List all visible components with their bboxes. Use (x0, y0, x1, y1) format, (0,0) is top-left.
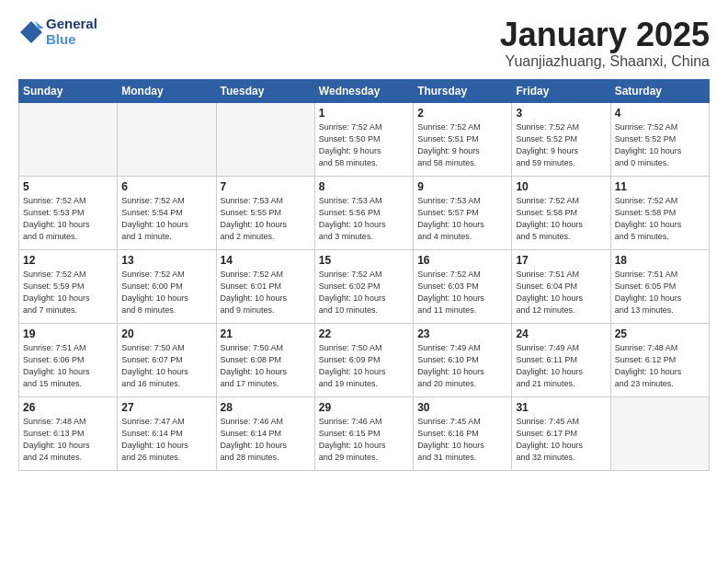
day-cell: 17Sunrise: 7:51 AM Sunset: 6:04 PM Dayli… (512, 249, 610, 323)
day-cell (118, 102, 216, 176)
day-number: 5 (23, 180, 113, 193)
title-block: January 2025 Yuanjiazhuang, Shaanxi, Chi… (500, 17, 710, 70)
calendar-title: January 2025 (500, 17, 710, 53)
day-number: 1 (319, 107, 409, 120)
header: General Blue January 2025 Yuanjiazhuang,… (18, 17, 710, 70)
logo-text-blue: Blue (46, 32, 97, 48)
day-cell: 12Sunrise: 7:52 AM Sunset: 5:59 PM Dayli… (19, 249, 118, 323)
day-cell: 26Sunrise: 7:48 AM Sunset: 6:13 PM Dayli… (19, 396, 118, 470)
day-number: 20 (121, 327, 211, 340)
day-info: Sunrise: 7:52 AM Sunset: 5:50 PM Dayligh… (319, 121, 409, 169)
day-number: 15 (319, 254, 409, 267)
weekday-header-sunday: Sunday (19, 79, 118, 102)
day-info: Sunrise: 7:52 AM Sunset: 5:59 PM Dayligh… (23, 269, 113, 316)
day-info: Sunrise: 7:52 AM Sunset: 5:52 PM Dayligh… (615, 121, 705, 169)
day-cell: 11Sunrise: 7:52 AM Sunset: 5:58 PM Dayli… (610, 176, 709, 249)
day-number: 30 (417, 401, 507, 414)
day-info: Sunrise: 7:51 AM Sunset: 6:06 PM Dayligh… (23, 342, 113, 390)
day-info: Sunrise: 7:47 AM Sunset: 6:14 PM Dayligh… (121, 416, 211, 464)
day-number: 21 (221, 327, 311, 340)
day-number: 17 (516, 254, 606, 267)
calendar-subtitle: Yuanjiazhuang, Shaanxi, China (500, 53, 710, 70)
day-cell: 4Sunrise: 7:52 AM Sunset: 5:52 PM Daylig… (610, 102, 709, 176)
day-number: 11 (615, 180, 705, 193)
day-info: Sunrise: 7:45 AM Sunset: 6:17 PM Dayligh… (516, 416, 606, 464)
day-info: Sunrise: 7:50 AM Sunset: 6:09 PM Dayligh… (319, 342, 409, 390)
day-cell: 16Sunrise: 7:52 AM Sunset: 6:03 PM Dayli… (414, 249, 512, 323)
day-number: 4 (615, 107, 705, 120)
weekday-header-thursday: Thursday (414, 79, 512, 102)
day-number: 14 (221, 254, 311, 267)
day-info: Sunrise: 7:52 AM Sunset: 5:58 PM Dayligh… (615, 195, 705, 243)
day-info: Sunrise: 7:52 AM Sunset: 6:02 PM Dayligh… (319, 269, 409, 316)
week-row-4: 26Sunrise: 7:48 AM Sunset: 6:13 PM Dayli… (19, 396, 710, 470)
week-row-3: 19Sunrise: 7:51 AM Sunset: 6:06 PM Dayli… (19, 323, 710, 396)
day-cell: 3Sunrise: 7:52 AM Sunset: 5:52 PM Daylig… (512, 102, 610, 176)
day-number: 27 (121, 401, 211, 414)
day-info: Sunrise: 7:50 AM Sunset: 6:07 PM Dayligh… (121, 342, 211, 390)
day-info: Sunrise: 7:52 AM Sunset: 6:00 PM Dayligh… (121, 269, 211, 316)
day-cell: 27Sunrise: 7:47 AM Sunset: 6:14 PM Dayli… (118, 396, 216, 470)
day-number: 2 (417, 107, 507, 120)
day-number: 3 (516, 107, 606, 120)
day-cell: 22Sunrise: 7:50 AM Sunset: 6:09 PM Dayli… (314, 323, 413, 396)
day-cell: 14Sunrise: 7:52 AM Sunset: 6:01 PM Dayli… (216, 249, 314, 323)
day-number: 12 (23, 254, 113, 267)
day-cell: 7Sunrise: 7:53 AM Sunset: 5:55 PM Daylig… (216, 176, 314, 249)
day-info: Sunrise: 7:52 AM Sunset: 5:53 PM Dayligh… (23, 195, 113, 243)
day-info: Sunrise: 7:52 AM Sunset: 6:03 PM Dayligh… (417, 269, 507, 316)
day-info: Sunrise: 7:53 AM Sunset: 5:55 PM Dayligh… (221, 195, 311, 243)
day-number: 23 (417, 327, 507, 340)
day-cell: 31Sunrise: 7:45 AM Sunset: 6:17 PM Dayli… (512, 396, 610, 470)
day-info: Sunrise: 7:52 AM Sunset: 5:58 PM Dayligh… (516, 195, 606, 243)
weekday-header-saturday: Saturday (610, 79, 709, 102)
day-info: Sunrise: 7:52 AM Sunset: 5:54 PM Dayligh… (121, 195, 211, 243)
day-cell: 29Sunrise: 7:46 AM Sunset: 6:15 PM Dayli… (314, 396, 413, 470)
day-info: Sunrise: 7:46 AM Sunset: 6:14 PM Dayligh… (221, 416, 311, 464)
day-cell: 15Sunrise: 7:52 AM Sunset: 6:02 PM Dayli… (314, 249, 413, 323)
day-info: Sunrise: 7:49 AM Sunset: 6:11 PM Dayligh… (516, 342, 606, 390)
day-cell: 28Sunrise: 7:46 AM Sunset: 6:14 PM Dayli… (216, 396, 314, 470)
day-number: 7 (221, 180, 311, 193)
day-number: 13 (121, 254, 211, 267)
day-number: 9 (417, 180, 507, 193)
day-info: Sunrise: 7:45 AM Sunset: 6:16 PM Dayligh… (417, 416, 507, 464)
day-number: 16 (417, 254, 507, 267)
logo-text-general: General (46, 17, 97, 32)
week-row-0: 1Sunrise: 7:52 AM Sunset: 5:50 PM Daylig… (19, 102, 710, 176)
day-number: 25 (615, 327, 705, 340)
day-info: Sunrise: 7:53 AM Sunset: 5:57 PM Dayligh… (417, 195, 507, 243)
weekday-header-tuesday: Tuesday (216, 79, 314, 102)
week-row-2: 12Sunrise: 7:52 AM Sunset: 5:59 PM Dayli… (19, 249, 710, 323)
day-info: Sunrise: 7:51 AM Sunset: 6:04 PM Dayligh… (516, 269, 606, 316)
day-info: Sunrise: 7:52 AM Sunset: 5:52 PM Dayligh… (516, 121, 606, 169)
day-cell (19, 102, 118, 176)
day-number: 24 (516, 327, 606, 340)
day-number: 26 (23, 401, 113, 414)
day-cell: 21Sunrise: 7:50 AM Sunset: 6:08 PM Dayli… (216, 323, 314, 396)
day-cell: 2Sunrise: 7:52 AM Sunset: 5:51 PM Daylig… (414, 102, 512, 176)
day-info: Sunrise: 7:52 AM Sunset: 6:01 PM Dayligh… (221, 269, 311, 316)
day-cell: 18Sunrise: 7:51 AM Sunset: 6:05 PM Dayli… (610, 249, 709, 323)
day-cell: 25Sunrise: 7:48 AM Sunset: 6:12 PM Dayli… (610, 323, 709, 396)
day-info: Sunrise: 7:46 AM Sunset: 6:15 PM Dayligh… (319, 416, 409, 464)
weekday-header-row: SundayMondayTuesdayWednesdayThursdayFrid… (19, 79, 710, 102)
day-number: 29 (319, 401, 409, 414)
day-info: Sunrise: 7:49 AM Sunset: 6:10 PM Dayligh… (417, 342, 507, 390)
day-number: 8 (319, 180, 409, 193)
day-info: Sunrise: 7:48 AM Sunset: 6:13 PM Dayligh… (23, 416, 113, 464)
day-cell: 8Sunrise: 7:53 AM Sunset: 5:56 PM Daylig… (314, 176, 413, 249)
day-cell (610, 396, 709, 470)
calendar-table: SundayMondayTuesdayWednesdayThursdayFrid… (18, 79, 710, 471)
day-info: Sunrise: 7:53 AM Sunset: 5:56 PM Dayligh… (319, 195, 409, 243)
day-cell: 24Sunrise: 7:49 AM Sunset: 6:11 PM Dayli… (512, 323, 610, 396)
day-number: 19 (23, 327, 113, 340)
weekday-header-friday: Friday (512, 79, 610, 102)
day-info: Sunrise: 7:52 AM Sunset: 5:51 PM Dayligh… (417, 121, 507, 169)
day-cell (216, 102, 314, 176)
weekday-header-wednesday: Wednesday (314, 79, 413, 102)
day-cell: 13Sunrise: 7:52 AM Sunset: 6:00 PM Dayli… (118, 249, 216, 323)
day-cell: 1Sunrise: 7:52 AM Sunset: 5:50 PM Daylig… (314, 102, 413, 176)
day-cell: 6Sunrise: 7:52 AM Sunset: 5:54 PM Daylig… (118, 176, 216, 249)
day-info: Sunrise: 7:51 AM Sunset: 6:05 PM Dayligh… (615, 269, 705, 316)
